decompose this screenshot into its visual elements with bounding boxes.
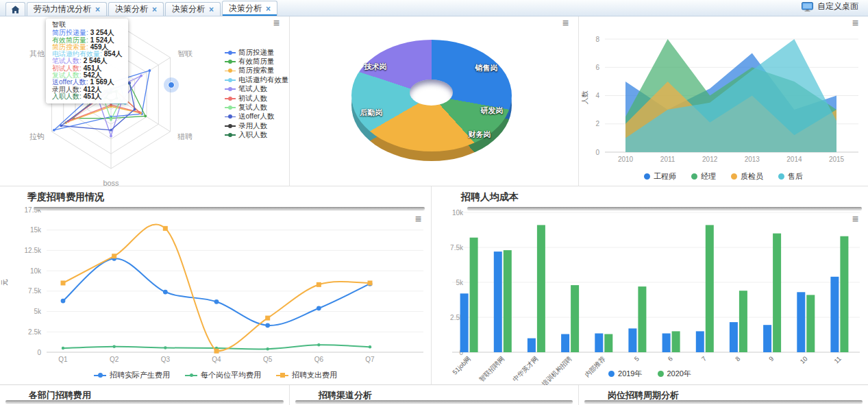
panel-header: 季度招聘费用情况: [0, 186, 431, 210]
legend-label: 简历搜索量: [238, 66, 275, 75]
legend-item[interactable]: 初试人数: [225, 94, 289, 103]
legend-item[interactable]: 电话邀约有效量: [225, 75, 289, 84]
legend-label: 工程师: [654, 171, 676, 182]
legend-dot-icon: [691, 173, 697, 180]
menu-icon[interactable]: ≡: [415, 214, 421, 225]
radar-axis-label: 智联: [177, 49, 193, 58]
legend-item[interactable]: 简历搜索量: [225, 66, 289, 75]
customize-desktop-button[interactable]: 自定义桌面: [802, 1, 868, 16]
area-chart[interactable]: 02468人数201020112012201320142015: [579, 16, 868, 186]
svg-text:0: 0: [595, 149, 599, 156]
legend-label: 质检员: [741, 171, 763, 182]
headcount-area-panel: 02468人数201020112012201320142015 工程师经理质检员…: [579, 16, 868, 186]
svg-text:5k: 5k: [456, 279, 464, 286]
tooltip-label: 入职人数:: [52, 93, 82, 100]
legend-line-icon: [225, 68, 236, 74]
svg-text:Q2: Q2: [110, 356, 119, 363]
svg-text:5k: 5k: [34, 308, 42, 315]
y-axis-label: 人数: [581, 90, 588, 104]
menu-icon[interactable]: ≡: [273, 18, 280, 29]
tab-close-icon[interactable]: ×: [95, 5, 100, 14]
legend-item[interactable]: 质检员: [731, 171, 763, 182]
pie-hole: [410, 79, 453, 106]
tooltip-title: 智联: [52, 21, 122, 28]
legend-label: 入职人数: [238, 130, 267, 140]
channel-analysis-panel: 招聘渠道分析: [290, 385, 579, 405]
bar-chart[interactable]: 10k7.5k5k2.5k051job网智联招聘网中华英才网校园·培训机构招聘内…: [432, 186, 868, 385]
legend-item[interactable]: 2020年: [658, 369, 691, 379]
home-tab[interactable]: [5, 2, 25, 16]
x-axis-label: 7: [700, 355, 708, 363]
svg-text:8: 8: [595, 36, 599, 43]
y-axis-label: 元: [1, 279, 8, 286]
legend-item[interactable]: 入职人数: [225, 131, 289, 140]
menu-icon[interactable]: ≡: [852, 18, 858, 29]
svg-text:Q1: Q1: [58, 356, 68, 363]
legend-item[interactable]: 经理: [691, 171, 716, 182]
legend-line-icon: [225, 49, 236, 56]
svg-text:2010: 2010: [618, 156, 634, 163]
svg-text:15k: 15k: [30, 226, 42, 234]
legend-label: 售后: [788, 171, 803, 182]
tooltip-value: 2 546人: [84, 57, 108, 64]
legend-item[interactable]: 招聘实际产生费用: [94, 370, 170, 380]
legend-line-icon: [276, 372, 288, 378]
legend-item[interactable]: 2019年: [608, 369, 642, 379]
tab[interactable]: 决策分析×: [108, 2, 164, 16]
tab-close-icon[interactable]: ×: [209, 5, 214, 14]
tooltip-rows: 简历投递量:3 254人有效简历量:1 524人简历搜索量:459人电话邀约有效…: [52, 29, 122, 100]
legend-line-icon: [225, 132, 236, 138]
radar-legend: 简历投递量有效简历量简历搜索量电话邀约有效量笔试人数初试人数复试人数送offer…: [225, 48, 289, 140]
svg-text:10k: 10k: [452, 209, 464, 217]
tab-label: 决策分析: [229, 3, 262, 14]
legend-label: 笔试人数: [238, 84, 267, 94]
dashboard-row-1: 智联猎聘boss拉钩其他 简历投递量有效简历量简历搜索量电话邀约有效量笔试人数初…: [0, 16, 868, 186]
legend-item[interactable]: 录用人数: [225, 121, 289, 130]
legend-item[interactable]: 每个岗位平均费用: [185, 370, 261, 380]
tab-strip: 劳动力情况分析×决策分析×决策分析×决策分析×: [26, 1, 278, 16]
legend-line-icon: [225, 105, 236, 111]
tooltip-value: 1 524人: [90, 36, 114, 44]
legend-dot-icon: [644, 173, 650, 180]
line-legend: 招聘实际产生费用每个岗位平均费用招聘支出费用: [0, 370, 431, 380]
pie-chart[interactable]: 销售岗研发岗财务岗后勤岗技术岗: [290, 16, 579, 186]
legend-item[interactable]: 有效简历量: [225, 57, 289, 66]
legend-label: 每个岗位平均费用: [201, 370, 261, 380]
tab-close-icon[interactable]: ×: [266, 5, 271, 13]
header-ridge: [584, 400, 863, 403]
x-axis-label: 9: [767, 355, 776, 363]
menu-icon[interactable]: ≡: [852, 214, 858, 225]
legend-item[interactable]: 复试人数: [225, 103, 289, 112]
pie-slice-label: 财务岗: [469, 130, 491, 140]
svg-text:7.5k: 7.5k: [28, 287, 42, 295]
legend-item[interactable]: 工程师: [644, 171, 676, 182]
svg-text:10k: 10k: [30, 267, 42, 275]
legend-label: 经理: [701, 171, 716, 182]
line-chart[interactable]: 17.5k15k12.5k10k7.5k5k2.5k0元Q1Q2Q3Q4Q5Q6…: [0, 186, 432, 385]
tooltip-value: 451人: [84, 93, 102, 100]
svg-text:Q7: Q7: [365, 356, 375, 363]
radar-axis-label: 拉钩: [29, 132, 45, 140]
legend-label: 2020年: [667, 369, 691, 379]
legend-item[interactable]: 笔试人数: [225, 85, 289, 94]
position-cycle-panel: 岗位招聘周期分析: [579, 385, 868, 405]
cost-per-hire-bar-panel: 10k7.5k5k2.5k051job网智联招聘网中华英才网校园·培训机构招聘内…: [432, 186, 868, 385]
legend-item[interactable]: 送offer人数: [225, 112, 289, 121]
legend-line-icon: [225, 77, 236, 83]
tab[interactable]: 决策分析×: [222, 1, 277, 16]
legend-line-icon: [225, 123, 236, 129]
menu-icon[interactable]: ≡: [562, 18, 569, 29]
monitor-icon: [802, 2, 813, 12]
tab-close-icon[interactable]: ×: [152, 5, 157, 14]
pie-slice-label: 研发岗: [481, 106, 504, 116]
legend-item[interactable]: 招聘支出费用: [276, 370, 337, 380]
legend-item[interactable]: 售后: [778, 171, 803, 182]
legend-item[interactable]: 简历投递量: [225, 48, 289, 57]
legend-line-icon: [225, 95, 236, 101]
bar-legend: 2019年2020年: [432, 369, 868, 379]
legend-label: 有效简历量: [238, 57, 275, 66]
legend-line-icon: [225, 114, 236, 120]
tab[interactable]: 决策分析×: [165, 2, 221, 16]
tab[interactable]: 劳动力情况分析×: [27, 2, 107, 16]
tooltip-value: 1 569人: [90, 78, 114, 86]
